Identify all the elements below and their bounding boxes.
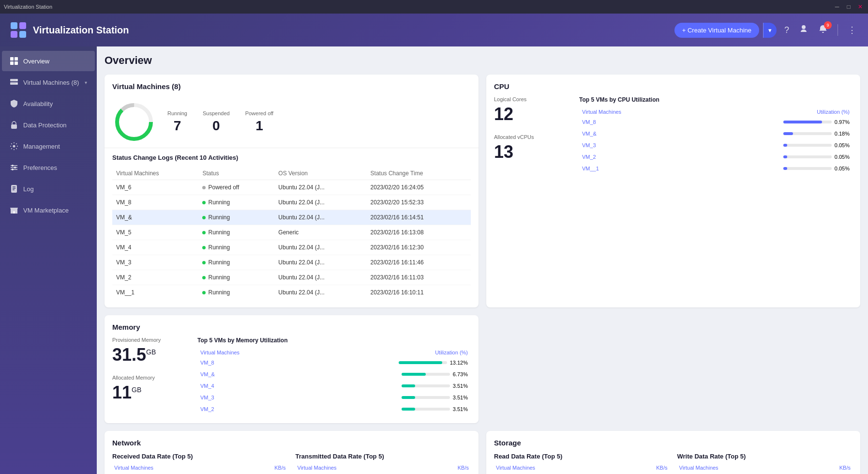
header: Virtualization Station + Create Virtual … [0,14,868,46]
col-vm: Virtual Machines [112,167,198,180]
allocated-memory-group: Allocated Memory 11GB [112,375,190,403]
write-kbs: 67 [807,472,853,474]
memory-left: Provisioned Memory 31.5GB Allocated Memo… [112,337,190,415]
mem-vm-name: VM_2 [198,404,299,414]
sidebar: Overview Virtual Machines (8) ▾ Availabi… [0,46,97,474]
logs-title: Status Change Logs (Recent 10 Activities… [112,154,471,161]
mem-vm-name: VM_3 [198,392,299,403]
log-table-row: VM_8 Running Ubuntu 22.04 (J... 2023/02/… [112,195,471,210]
help-button[interactable]: ? [782,23,791,37]
sidebar-item-availability[interactable]: Availability [2,93,95,114]
notifications-button[interactable]: 9 [816,22,830,38]
server-icon [10,78,18,87]
sidebar-item-management[interactable]: Management [2,136,95,156]
mem-vm-name: VM_8 [198,357,299,368]
allocated-label: Allocated Memory [112,375,190,381]
network-card-title: Network [112,439,471,447]
user-button[interactable] [797,22,810,38]
memory-card-title: Memory [112,323,471,331]
svg-rect-3 [19,31,26,38]
mem-vm-util: 6.73% [299,369,470,380]
maximize-button[interactable]: □ [845,3,853,10]
create-vm-button[interactable]: + Create Virtual Machine [674,23,759,38]
app-container: Virtualization Station + Create Virtual … [0,14,868,474]
mem-top-vm-row: VM_& 6.73% [198,369,470,380]
cpu-vm-util: 0.18% [684,128,852,139]
log-time: 2023/02/16 16:11:46 [367,255,471,270]
cpu-vm-name: VM_3 [580,140,683,151]
write-title: Write Data Rate (Top 5) [677,453,853,460]
sidebar-label-availability: Availability [23,100,87,107]
log-vm-name: VM_5 [112,225,198,240]
recv-kbs: 21 [242,472,287,474]
log-os: Ubuntu 22.04 (J... [274,210,366,225]
create-vm-dropdown[interactable]: ▾ [763,23,777,38]
vm-powered-off-stat: Powered off 1 [245,110,274,134]
running-value: 7 [167,118,187,134]
status-dot [202,186,206,189]
title-bar-text: Virtualization Station [4,4,52,10]
sidebar-label-management: Management [23,143,87,150]
log-time: 2023/02/20 16:24:05 [367,180,471,195]
notification-count: 9 [824,21,832,29]
log-vm-name: VM_& [112,210,198,225]
header-divider [838,24,838,36]
log-os: Generic [274,225,366,240]
log-vm-name: VM_2 [112,270,198,285]
cpu-vm-name: VM__1 [580,163,683,174]
minimize-button[interactable]: ─ [833,3,841,10]
more-menu-button[interactable]: ⋮ [846,23,858,37]
log-status: Running [198,210,274,225]
log-status: Running [198,240,274,255]
lock-icon [10,121,18,129]
svg-point-19 [12,168,14,170]
svg-rect-5 [15,57,18,61]
cpu-vm-util: 0.05% [684,152,852,162]
help-icon: ? [784,25,789,35]
svg-point-17 [12,165,14,167]
sidebar-item-vms[interactable]: Virtual Machines (8) ▾ [2,72,95,92]
user-icon [799,24,808,34]
sliders-icon [10,163,18,172]
svg-point-11 [16,83,17,84]
provisioned-label: Provisioned Memory [112,337,190,343]
recv-vm: VM_& [112,472,242,474]
suspended-label: Suspended [203,110,230,116]
allocated-value: 11GB [112,382,190,403]
cpu-card: CPU Logical Cores 12 Allocated vCPUs 13 [486,75,860,307]
log-os: Ubuntu 22.04 (J... [274,270,366,285]
network-inner: Received Data Rate (Top 5) Virtual Machi… [112,453,471,474]
memory-top-vms-title: Top 5 VMs by Memory Utilization [197,337,471,344]
cpu-top-vm-row: VM_& 0.18% [580,128,852,139]
close-button[interactable]: ✕ [856,3,864,10]
mem-vm-util: 3.51% [299,381,470,391]
log-vm-name: VM__1 [112,285,198,300]
app-logo [10,21,27,39]
log-icon [10,184,18,193]
mem-vm-util: 13.12% [299,357,470,368]
log-table-row: VM_& Running Ubuntu 22.04 (J... 2023/02/… [112,210,471,225]
mem-top-vm-row: VM_4 3.51% [198,381,470,391]
cpu-card-title: CPU [494,82,853,91]
cpu-top-vm-row: VM_8 0.97% [580,117,852,127]
write-col-vm: Virtual Machines [677,464,807,472]
sidebar-label-data-protection: Data Protection [23,122,87,129]
sidebar-item-log[interactable]: Log [2,179,95,199]
logical-cores-value: 12 [494,104,571,124]
svg-rect-7 [15,61,18,65]
sidebar-item-preferences[interactable]: Preferences [2,157,95,178]
sidebar-item-overview[interactable]: Overview [2,51,95,71]
cpu-vm-util: 0.05% [684,140,852,151]
sidebar-item-vm-marketplace[interactable]: VM Marketplace [2,200,95,220]
cpu-vm-name: VM_& [580,128,683,139]
recv-col-vm: Virtual Machines [112,464,242,472]
cpu-metrics-layout: Logical Cores 12 Allocated vCPUs 13 Top … [494,96,853,175]
svg-rect-1 [19,22,26,29]
provisioned-value: 31.5GB [112,345,190,365]
log-time: 2023/02/16 16:12:30 [367,240,471,255]
sidebar-item-data-protection[interactable]: Data Protection [2,115,95,135]
write-table: Virtual Machines KB/s VM_&67VM_80 [677,464,853,474]
mem-vm-util: 3.51% [299,392,470,403]
shield-icon [10,99,18,108]
cpu-right: Top 5 VMs by CPU Utilization Virtual Mac… [579,96,853,175]
